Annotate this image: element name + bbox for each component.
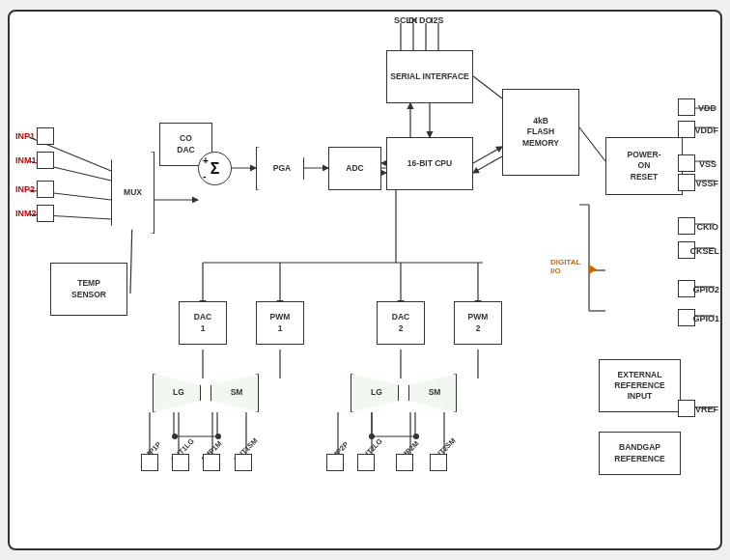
node-dot-2 — [215, 434, 221, 439]
power-on-reset-block: POWER-ONRESET — [605, 137, 683, 195]
dac1-block: DAC1 — [179, 301, 227, 345]
diagram-container: SCLK DI DO I2S INP1 INM1 INP2 INM2 SERIA… — [8, 10, 722, 550]
vdd-connector — [678, 98, 695, 116]
cksel-label: CKSEL — [689, 246, 719, 256]
svg-line-44 — [579, 127, 605, 161]
cpu-label: 16-BIT CPU — [407, 158, 452, 169]
pwm1-block: PWM1 — [256, 301, 304, 345]
ckio-label: CKIO — [697, 222, 719, 232]
vref-label: VREF — [695, 405, 718, 414]
vssf-connector — [678, 174, 695, 191]
pwm1-label: PWM1 — [270, 312, 291, 333]
svg-line-19 — [130, 219, 132, 294]
ext-ref-label: EXTERNALREFERENCEINPUT — [614, 370, 664, 402]
cpu-block: 16-BIT CPU — [386, 137, 473, 190]
inm2-label: INM2 — [15, 209, 37, 218]
vddf-connector — [678, 121, 695, 138]
svg-line-6 — [473, 76, 502, 98]
flash-block: 4kBFLASHMEMORY — [502, 89, 579, 176]
inp1-label: INP1 — [15, 131, 35, 141]
inm1-label: INM1 — [15, 155, 37, 165]
out2lg-box — [357, 454, 375, 471]
sm1-border — [211, 374, 259, 412]
pwm2-label: PWM2 — [468, 312, 489, 333]
plus-label: + — [203, 155, 209, 166]
pwm2-block: PWM2 — [454, 301, 502, 345]
svg-line-7 — [473, 147, 502, 163]
vss-label: VSS — [699, 159, 716, 169]
inp2-label: INP2 — [15, 184, 35, 194]
node-dot-3 — [369, 434, 375, 439]
sigma-symbol: Σ — [211, 159, 220, 178]
gpio2-label: GPIO2 — [692, 285, 719, 294]
node-dot-4 — [413, 434, 419, 439]
digital-io-arrow — [589, 265, 597, 274]
amp1m-box — [203, 454, 220, 471]
mux-block: MUX — [111, 152, 154, 234]
minus-label: - — [203, 171, 206, 182]
sm2-border — [408, 374, 457, 412]
out1lg-box — [172, 454, 189, 471]
serial-interface-label: SERIAL INTERFACE — [390, 71, 469, 82]
temp-sensor-label: TEMPSENSOR — [71, 278, 106, 299]
dac1-label: DAC1 — [194, 312, 211, 333]
pga-block: PGA — [256, 147, 304, 190]
ext-ref-block: EXTERNALREFERENCEINPUT — [599, 359, 681, 412]
co-dac-label: CODAC — [177, 133, 194, 154]
digital-io-label: DIGITALI/O — [550, 258, 580, 275]
pga-label: PGA — [273, 163, 291, 174]
bandgap-block: BANDGAPREFERENCE — [599, 432, 681, 475]
temp-sensor-block: TEMPSENSOR — [50, 263, 127, 316]
lg1-border — [153, 374, 201, 412]
inp1-connector — [37, 127, 54, 145]
amp2p-box — [326, 454, 344, 471]
flash-label: 4kBFLASHMEMORY — [522, 116, 559, 148]
node-dot-1 — [172, 434, 178, 439]
inm1-connector — [37, 152, 54, 169]
lg2-border — [351, 374, 399, 412]
vref-connector — [678, 400, 695, 417]
out1sm-box — [235, 454, 252, 471]
gpio1-label: GPIO1 — [692, 314, 719, 323]
adc-block: ADC — [328, 147, 381, 190]
inm2-connector — [37, 205, 54, 222]
vssf-label: VSSF — [695, 179, 718, 188]
vdd-label: VDD — [698, 103, 716, 113]
serial-interface-block: SERIAL INTERFACE — [386, 50, 473, 103]
bandgap-label: BANDGAPREFERENCE — [614, 442, 664, 463]
amp1p-box — [141, 454, 158, 471]
vddf-label: VDDF — [695, 126, 719, 135]
amp2m-box — [396, 454, 413, 471]
dac2-label: DAC2 — [392, 312, 409, 333]
di-label: DI — [408, 15, 417, 25]
svg-line-8 — [473, 156, 502, 173]
ckio-connector — [678, 217, 695, 235]
mux-label: MUX — [124, 187, 142, 198]
dac2-block: DAC2 — [377, 301, 425, 345]
adc-label: ADC — [346, 163, 363, 174]
i2s-label: I2S — [431, 15, 444, 25]
inp2-connector — [37, 181, 54, 198]
vss-connector — [678, 154, 695, 172]
out2sm-box — [430, 454, 447, 471]
power-on-reset-label: POWER-ONRESET — [628, 150, 661, 182]
